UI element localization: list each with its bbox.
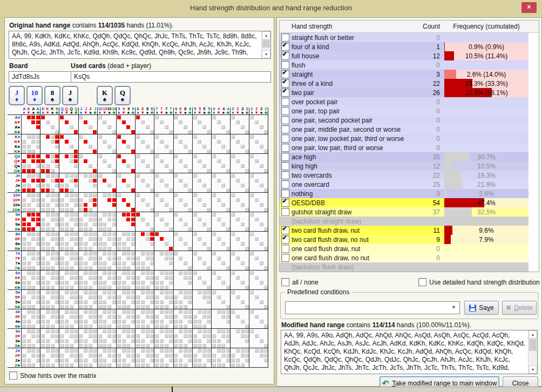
matrix-cell[interactable] (231, 353, 235, 358)
matrix-cell[interactable] (188, 144, 193, 149)
matrix-cell[interactable] (136, 134, 140, 139)
matrix-cell[interactable] (159, 217, 164, 222)
matrix-cell[interactable] (249, 358, 254, 363)
matrix-cell[interactable] (264, 149, 269, 154)
matrix-cell[interactable] (55, 324, 60, 329)
matrix-cell[interactable] (164, 198, 169, 202)
matrix-cell[interactable] (79, 168, 84, 173)
matrix-cell[interactable] (88, 334, 93, 339)
matrix-cell[interactable] (79, 232, 84, 236)
matrix-cell[interactable] (136, 343, 140, 348)
matrix-cell[interactable] (88, 198, 93, 202)
matrix-cell[interactable] (74, 339, 79, 343)
matrix-cell[interactable] (235, 256, 240, 261)
matrix-cell[interactable] (112, 236, 117, 241)
matrix-cell[interactable] (69, 343, 74, 348)
matrix-cell[interactable] (231, 154, 235, 159)
matrix-cell[interactable] (64, 319, 69, 324)
matrix-cell[interactable] (145, 343, 150, 348)
matrix-cell[interactable] (154, 232, 159, 236)
matrix-cell[interactable] (131, 339, 136, 343)
matrix-cell[interactable] (254, 178, 259, 183)
matrix-cell[interactable] (36, 300, 40, 305)
matrix-cell[interactable] (254, 271, 259, 275)
matrix-cell[interactable] (40, 125, 45, 130)
matrix-cell[interactable] (83, 217, 88, 222)
matrix-cell[interactable] (69, 309, 74, 314)
matrix-cell[interactable] (40, 130, 45, 134)
matrix-cell[interactable] (245, 285, 249, 290)
matrix-cell[interactable] (202, 275, 207, 280)
matrix-cell[interactable] (202, 154, 207, 159)
matrix-cell[interactable] (221, 183, 226, 188)
row-checkbox[interactable] (281, 199, 289, 207)
matrix-cell[interactable] (159, 285, 164, 290)
matrix-cell[interactable] (207, 280, 212, 285)
matrix-cell[interactable] (264, 207, 269, 212)
matrix-cell[interactable] (55, 241, 60, 246)
matrix-cell[interactable] (107, 130, 112, 134)
matrix-cell[interactable] (240, 241, 245, 246)
matrix-cell[interactable] (64, 290, 69, 295)
matrix-cell[interactable] (207, 168, 212, 173)
matrix-cell[interactable] (59, 139, 64, 144)
matrix-cell[interactable] (154, 115, 159, 120)
matrix-cell[interactable] (183, 305, 188, 309)
matrix-cell[interactable] (169, 159, 174, 164)
matrix-cell[interactable] (188, 339, 193, 343)
matrix-cell[interactable] (159, 222, 164, 227)
matrix-cell[interactable] (83, 295, 88, 300)
matrix-cell[interactable] (136, 193, 140, 198)
matrix-cell[interactable] (79, 202, 84, 207)
matrix-cell[interactable] (169, 168, 174, 173)
matrix-cell[interactable] (169, 144, 174, 149)
matrix-cell[interactable] (169, 236, 174, 241)
matrix-cell[interactable] (112, 324, 117, 329)
matrix-cell[interactable] (207, 130, 212, 134)
matrix-cell[interactable] (145, 329, 150, 334)
matrix-cell[interactable] (221, 159, 226, 164)
matrix-cell[interactable] (69, 139, 74, 144)
matrix-cell[interactable] (64, 295, 69, 300)
matrix-cell[interactable] (226, 261, 231, 266)
matrix-cell[interactable] (178, 164, 183, 168)
matrix-cell[interactable] (74, 207, 79, 212)
matrix-cell[interactable] (197, 319, 202, 324)
matrix-cell[interactable] (207, 285, 212, 290)
matrix-cell[interactable] (188, 115, 193, 120)
matrix-cell[interactable] (64, 334, 69, 339)
matrix-cell[interactable] (69, 125, 74, 130)
matrix-cell[interactable] (254, 353, 259, 358)
matrix-cell[interactable] (131, 363, 136, 368)
matrix-cell[interactable] (226, 125, 231, 130)
matrix-cell[interactable] (121, 324, 126, 329)
combo-matrix[interactable]: A♦A♥A♠A♣K♦K♥K♠K♣Q♦Q♥Q♠Q♣J♦J♥J♠J♣10♦10♥10… (8, 107, 268, 368)
matrix-cell[interactable] (216, 353, 221, 358)
matrix-cell[interactable] (117, 159, 121, 164)
matrix-cell[interactable] (159, 358, 164, 363)
matrix-cell[interactable] (202, 353, 207, 358)
matrix-cell[interactable] (226, 266, 231, 271)
matrix-cell[interactable] (174, 251, 179, 256)
matrix-cell[interactable] (69, 154, 74, 159)
matrix-cell[interactable] (240, 246, 245, 251)
matrix-cell[interactable] (140, 285, 145, 290)
matrix-cell[interactable] (221, 271, 226, 275)
matrix-cell[interactable] (107, 339, 112, 343)
matrix-cell[interactable] (121, 314, 126, 319)
matrix-cell[interactable] (264, 343, 269, 348)
matrix-cell[interactable] (216, 139, 221, 144)
matrix-cell[interactable] (249, 285, 254, 290)
matrix-cell[interactable] (178, 139, 183, 144)
matrix-cell[interactable] (136, 236, 140, 241)
matrix-cell[interactable] (26, 271, 31, 275)
matrix-cell[interactable] (264, 115, 269, 120)
matrix-cell[interactable] (98, 217, 103, 222)
matrix-cell[interactable] (31, 363, 36, 368)
row-checkbox[interactable] (281, 89, 289, 97)
matrix-cell[interactable] (212, 295, 216, 300)
matrix-cell[interactable] (83, 178, 88, 183)
matrix-cell[interactable] (174, 144, 179, 149)
matrix-cell[interactable] (45, 139, 50, 144)
matrix-cell[interactable] (174, 125, 179, 130)
